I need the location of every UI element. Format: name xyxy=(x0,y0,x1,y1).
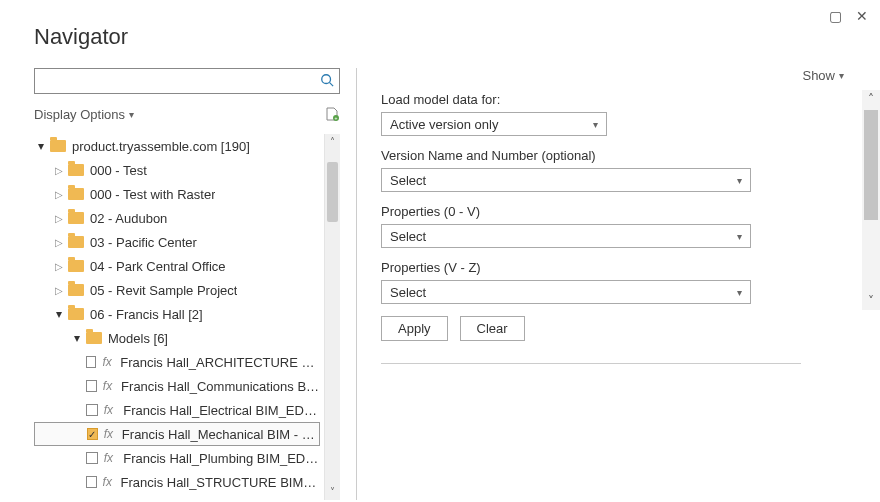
properties-vz-label: Properties (V - Z) xyxy=(381,260,856,275)
model-checkbox[interactable] xyxy=(86,476,97,488)
chevron-down-icon: ▾ xyxy=(593,119,598,130)
maximize-icon[interactable]: ▢ xyxy=(829,8,842,24)
load-model-select[interactable]: Active version only ▾ xyxy=(381,112,607,136)
scroll-thumb[interactable] xyxy=(327,162,338,222)
version-name-select[interactable]: Select ▾ xyxy=(381,168,751,192)
version-name-value: Select xyxy=(390,173,426,188)
navigator-tree: product.tryassemble.com [190] 000 - Test… xyxy=(34,134,340,494)
tree-folder-label: 03 - Pacific Center xyxy=(90,235,197,250)
chevron-down-icon: ▾ xyxy=(129,109,134,120)
tree-folder[interactable]: 03 - Pacific Center xyxy=(34,230,320,254)
properties-vz-value: Select xyxy=(390,285,426,300)
model-label: Francis Hall_Communications BIM_E... xyxy=(121,379,320,394)
clear-button[interactable]: Clear xyxy=(460,316,525,341)
expander-icon[interactable] xyxy=(52,188,66,200)
search-input-container[interactable] xyxy=(34,68,340,94)
show-label: Show xyxy=(802,68,835,83)
scroll-down-icon[interactable]: ˅ xyxy=(862,292,880,310)
tree-folder[interactable]: 04 - Park Central Office xyxy=(34,254,320,278)
folder-icon xyxy=(68,260,84,272)
expander-icon[interactable] xyxy=(70,331,84,345)
svg-line-1 xyxy=(330,82,334,86)
folder-icon xyxy=(86,332,102,344)
tree-model-item[interactable]: ✓fxFrancis Hall_Mechanical BIM - SCHE... xyxy=(34,422,320,446)
section-divider xyxy=(381,363,801,364)
folder-icon xyxy=(68,188,84,200)
svg-point-0 xyxy=(322,74,331,83)
model-checkbox[interactable] xyxy=(86,452,98,464)
model-label: Francis Hall_ARCHITECTURE BIM_20... xyxy=(120,355,320,370)
tree-folder-label: 06 - Francis Hall [2] xyxy=(90,307,203,322)
tree-models-folder[interactable]: Models [6] xyxy=(34,326,320,350)
refresh-icon[interactable]: + xyxy=(324,106,340,122)
model-checkbox[interactable]: ✓ xyxy=(87,428,98,440)
properties-0v-value: Select xyxy=(390,229,426,244)
tree-scrollbar[interactable]: ˄ ˅ xyxy=(324,134,340,500)
tree-folder[interactable]: 000 - Test xyxy=(34,158,320,182)
fx-icon: fx xyxy=(103,475,115,489)
model-label: Francis Hall_Plumbing BIM_EDDIE xyxy=(123,451,320,466)
model-checkbox[interactable] xyxy=(86,404,98,416)
properties-0v-select[interactable]: Select ▾ xyxy=(381,224,751,248)
chevron-down-icon: ▾ xyxy=(737,231,742,242)
tree-models-label: Models [6] xyxy=(108,331,168,346)
close-icon[interactable]: ✕ xyxy=(856,8,868,24)
chevron-down-icon: ▾ xyxy=(839,70,844,81)
folder-icon xyxy=(68,164,84,176)
panel-scrollbar[interactable]: ˄ ˅ xyxy=(862,90,880,310)
tree-folder-expanded[interactable]: 06 - Francis Hall [2] xyxy=(34,302,320,326)
fx-icon: fx xyxy=(104,403,118,417)
tree-folder-label: 04 - Park Central Office xyxy=(90,259,226,274)
page-title: Navigator xyxy=(0,0,880,68)
display-options-dropdown[interactable]: Display Options ▾ xyxy=(34,107,134,122)
model-checkbox[interactable] xyxy=(86,356,96,368)
load-model-label: Load model data for: xyxy=(381,92,856,107)
expander-icon[interactable] xyxy=(52,164,66,176)
tree-model-item[interactable]: fxFrancis Hall_ARCHITECTURE BIM_20... xyxy=(34,350,320,374)
apply-button[interactable]: Apply xyxy=(381,316,448,341)
tree-model-item[interactable]: fxFrancis Hall_STRUCTURE BIM_ EDDIE xyxy=(34,470,320,494)
folder-icon xyxy=(68,284,84,296)
expander-icon[interactable] xyxy=(52,307,66,321)
tree-folder[interactable]: 000 - Test with Raster xyxy=(34,182,320,206)
tree-model-item[interactable]: fxFrancis Hall_Communications BIM_E... xyxy=(34,374,320,398)
tree-model-item[interactable]: fxFrancis Hall_Plumbing BIM_EDDIE xyxy=(34,446,320,470)
expander-icon[interactable] xyxy=(52,284,66,296)
properties-vz-select[interactable]: Select ▾ xyxy=(381,280,751,304)
expander-icon[interactable] xyxy=(52,260,66,272)
expander-icon[interactable] xyxy=(34,139,48,153)
tree-folder-label: 000 - Test with Raster xyxy=(90,187,215,202)
fx-icon: fx xyxy=(104,451,118,465)
tree-folder-label: 05 - Revit Sample Project xyxy=(90,283,237,298)
tree-root-label: product.tryassemble.com [190] xyxy=(72,139,250,154)
show-dropdown[interactable]: Show ▾ xyxy=(802,68,844,83)
model-label: Francis Hall_Electrical BIM_EDDIE xyxy=(123,403,320,418)
display-options-label: Display Options xyxy=(34,107,125,122)
scroll-thumb[interactable] xyxy=(864,110,878,220)
tree-folder[interactable]: 05 - Revit Sample Project xyxy=(34,278,320,302)
search-icon[interactable] xyxy=(315,73,339,90)
folder-icon xyxy=(68,212,84,224)
search-input[interactable] xyxy=(35,69,315,93)
model-label: Francis Hall_Mechanical BIM - SCHE... xyxy=(122,427,319,442)
svg-text:+: + xyxy=(335,115,338,121)
fx-icon: fx xyxy=(103,379,115,393)
expander-icon[interactable] xyxy=(52,212,66,224)
tree-folder[interactable]: 02 - Audubon xyxy=(34,206,320,230)
tree-root[interactable]: product.tryassemble.com [190] xyxy=(34,134,320,158)
version-name-label: Version Name and Number (optional) xyxy=(381,148,856,163)
model-label: Francis Hall_STRUCTURE BIM_ EDDIE xyxy=(121,475,320,490)
model-checkbox[interactable] xyxy=(86,380,97,392)
scroll-up-icon[interactable]: ˄ xyxy=(862,90,880,108)
properties-0v-label: Properties (0 - V) xyxy=(381,204,856,219)
expander-icon[interactable] xyxy=(52,236,66,248)
folder-icon xyxy=(68,308,84,320)
scroll-down-icon[interactable]: ˅ xyxy=(325,484,340,500)
scroll-up-icon[interactable]: ˄ xyxy=(325,134,340,150)
tree-model-item[interactable]: fxFrancis Hall_Electrical BIM_EDDIE xyxy=(34,398,320,422)
folder-icon xyxy=(50,140,66,152)
fx-icon: fx xyxy=(102,355,114,369)
load-model-value: Active version only xyxy=(390,117,498,132)
fx-icon: fx xyxy=(104,427,116,441)
tree-folder-label: 000 - Test xyxy=(90,163,147,178)
